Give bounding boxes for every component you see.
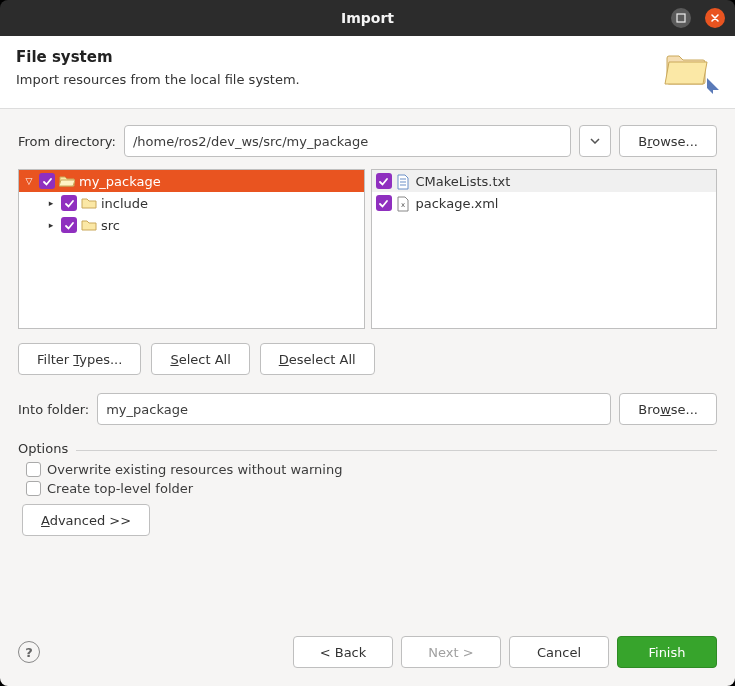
wizard-body: From directory: /home/ros2/dev_ws/src/my… — [0, 109, 735, 622]
chevron-down-icon — [590, 138, 600, 144]
expand-icon[interactable]: ▸ — [45, 198, 57, 208]
minimize-button[interactable] — [671, 8, 691, 28]
into-browse-button[interactable]: Browse... — [619, 393, 717, 425]
resource-panes: ▽ my_package ▸ — [18, 169, 717, 329]
cancel-button[interactable]: Cancel — [509, 636, 609, 668]
create-top-level-option[interactable]: Create top-level folder — [18, 479, 717, 498]
selection-button-row: Filter Types... Select All Deselect All — [18, 343, 717, 375]
wizard-footer: ? < Back Next > Cancel Finish — [0, 622, 735, 686]
into-folder-input[interactable]: my_package — [97, 393, 611, 425]
page-title: File system — [16, 48, 300, 66]
folder-open-icon — [59, 174, 75, 188]
file-label: package.xml — [416, 196, 499, 211]
page-subtitle: Import resources from the local file sys… — [16, 72, 300, 87]
list-item[interactable]: CMakeLists.txt — [372, 170, 717, 192]
text-file-icon — [396, 174, 412, 188]
folder-tree[interactable]: ▽ my_package ▸ — [18, 169, 365, 329]
import-dialog: Import File system Import resources from… — [0, 0, 735, 686]
xml-file-icon: x — [396, 196, 412, 210]
deselect-all-button[interactable]: Deselect All — [260, 343, 375, 375]
overwrite-option[interactable]: Overwrite existing resources without war… — [18, 460, 717, 479]
svg-text:x: x — [400, 201, 404, 209]
tree-item[interactable]: ▸ include — [19, 192, 364, 214]
tree-item-label: my_package — [79, 174, 161, 189]
select-all-button[interactable]: Select All — [151, 343, 249, 375]
wizard-header: File system Import resources from the lo… — [0, 36, 735, 109]
checkbox-checked-icon[interactable] — [376, 173, 392, 189]
checkbox-unchecked-icon[interactable] — [26, 481, 41, 496]
content-area: File system Import resources from the lo… — [0, 36, 735, 686]
checkbox-checked-icon[interactable] — [376, 195, 392, 211]
file-list[interactable]: CMakeLists.txt x package.xml — [371, 169, 718, 329]
svg-rect-0 — [677, 14, 685, 22]
list-item[interactable]: x package.xml — [372, 192, 717, 214]
from-browse-button[interactable]: Browse... — [619, 125, 717, 157]
folder-icon — [81, 196, 97, 210]
from-directory-label: From directory: — [18, 134, 116, 149]
tree-item-root[interactable]: ▽ my_package — [19, 170, 364, 192]
checkbox-checked-icon[interactable] — [61, 217, 77, 233]
expand-icon[interactable]: ▽ — [23, 176, 35, 186]
tree-item[interactable]: ▸ src — [19, 214, 364, 236]
from-directory-dropdown[interactable] — [579, 125, 611, 157]
from-directory-value: /home/ros2/dev_ws/src/my_package — [133, 134, 368, 149]
filter-types-button[interactable]: Filter Types... — [18, 343, 141, 375]
titlebar: Import — [0, 0, 735, 36]
folder-icon — [81, 218, 97, 232]
checkbox-checked-icon[interactable] — [39, 173, 55, 189]
from-directory-input[interactable]: /home/ros2/dev_ws/src/my_package — [124, 125, 571, 157]
next-button: Next > — [401, 636, 501, 668]
into-folder-label: Into folder: — [18, 402, 89, 417]
checkbox-checked-icon[interactable] — [61, 195, 77, 211]
from-directory-row: From directory: /home/ros2/dev_ws/src/my… — [18, 125, 717, 157]
options-group: Options Overwrite existing resources wit… — [18, 441, 717, 536]
tree-item-label: src — [101, 218, 120, 233]
advanced-button[interactable]: Advanced >> — [22, 504, 150, 536]
file-label: CMakeLists.txt — [416, 174, 511, 189]
into-folder-row: Into folder: my_package Browse... — [18, 393, 717, 425]
folder-banner-icon — [663, 48, 719, 94]
into-folder-value: my_package — [106, 402, 188, 417]
back-button[interactable]: < Back — [293, 636, 393, 668]
finish-button[interactable]: Finish — [617, 636, 717, 668]
window-title: Import — [0, 10, 735, 26]
expand-icon[interactable]: ▸ — [45, 220, 57, 230]
checkbox-unchecked-icon[interactable] — [26, 462, 41, 477]
options-legend: Options — [18, 441, 70, 456]
close-button[interactable] — [705, 8, 725, 28]
tree-item-label: include — [101, 196, 148, 211]
help-button[interactable]: ? — [18, 641, 40, 663]
